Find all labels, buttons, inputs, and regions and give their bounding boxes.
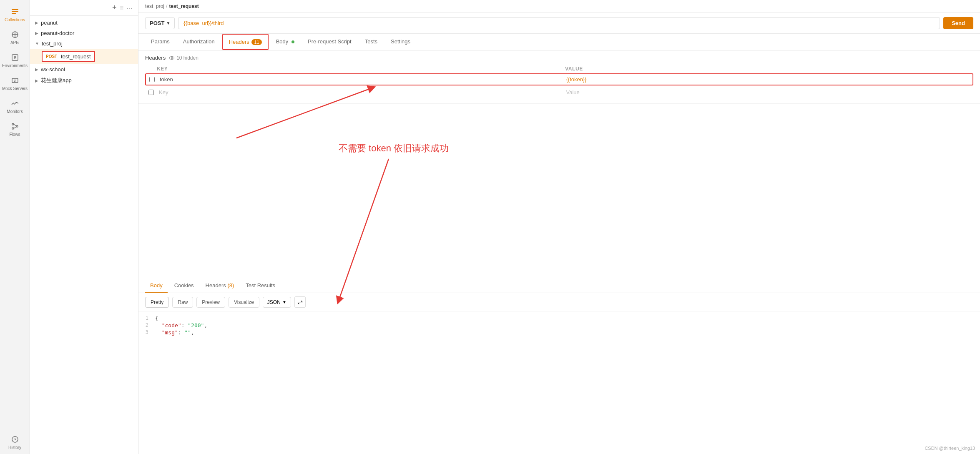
collections-toolbar: + ≡ ··· xyxy=(30,0,138,16)
svg-point-6 xyxy=(12,123,14,125)
format-raw-button[interactable]: Raw xyxy=(172,297,193,308)
tab-headers[interactable]: Headers 11 xyxy=(222,34,269,50)
apis-label: APIs xyxy=(10,40,19,45)
breadcrumb-separator: / xyxy=(166,3,167,9)
response-tab-cookies[interactable]: Cookies xyxy=(169,279,199,293)
collections-label: Collections xyxy=(5,18,25,22)
response-section: Body Cookies Headers (8) Test Results Pr… xyxy=(138,279,980,454)
svg-line-9 xyxy=(14,124,16,126)
code-key-msg: "msg" xyxy=(155,329,178,336)
tab-authorization-label: Authorization xyxy=(183,38,215,45)
code-value-code: "200" xyxy=(188,322,204,329)
collection-label: peanut xyxy=(41,20,58,26)
tab-pre-request-script[interactable]: Pre-request Script xyxy=(302,34,357,50)
monitors-icon xyxy=(11,99,19,108)
request-label: test_request xyxy=(61,53,91,60)
format-visualize-button[interactable]: Visualize xyxy=(229,297,259,308)
header-row-token: token {{token}} xyxy=(145,73,973,85)
tab-tests[interactable]: Tests xyxy=(359,34,383,50)
tab-body[interactable]: Body xyxy=(270,34,300,50)
tab-body-label: Body xyxy=(276,38,289,45)
main-content: test_proj / test_request POST ▼ Send Par… xyxy=(138,0,980,454)
collection-item-peanut[interactable]: ▶ peanut xyxy=(30,18,138,28)
svg-line-10 xyxy=(14,127,16,128)
header-checkbox-token[interactable] xyxy=(149,77,155,82)
code-line-2: 2 "code" : "200" , xyxy=(138,322,980,329)
sidebar-item-monitors[interactable]: Monitors xyxy=(0,95,30,118)
url-input[interactable] xyxy=(178,17,940,29)
collection-item-peanut-doctor[interactable]: ▶ peanut-doctor xyxy=(30,28,138,38)
method-select[interactable]: POST ▼ xyxy=(145,17,175,29)
response-tab-test-results-label: Test Results xyxy=(246,282,275,288)
format-pretty-button[interactable]: Pretty xyxy=(145,297,169,308)
environments-label: Environments xyxy=(2,63,28,68)
add-collection-button[interactable]: + xyxy=(112,3,117,12)
tab-params[interactable]: Params xyxy=(145,34,176,50)
json-format-select[interactable]: JSON ▼ xyxy=(263,297,291,308)
sidebar-item-mock-servers[interactable]: Mock Servers xyxy=(0,72,30,95)
tab-settings-label: Settings xyxy=(391,38,410,45)
format-preview-button[interactable]: Preview xyxy=(196,297,225,308)
code-line-1: 1 { xyxy=(138,315,980,322)
collections-panel: + ≡ ··· ▶ peanut ▶ peanut-doctor ▼ test_… xyxy=(30,0,138,454)
sidebar-item-history[interactable]: History xyxy=(0,431,30,454)
header-key-empty: Key xyxy=(157,89,566,95)
chevron-right-icon: ▶ xyxy=(35,67,38,72)
collection-item-huasheng[interactable]: ▶ 花生健康app xyxy=(30,75,138,86)
code-key-code: "code" xyxy=(155,322,181,329)
filter-button[interactable]: ≡ xyxy=(120,4,124,11)
chevron-right-icon: ▶ xyxy=(35,78,38,83)
request-header: test_proj / test_request xyxy=(138,0,980,13)
method-badge: POST xyxy=(46,54,58,59)
history-icon xyxy=(11,435,19,444)
code-brace-open: { xyxy=(155,315,158,321)
sidebar-icons: Collections APIs Environments Mock Serve… xyxy=(0,0,30,454)
code-value-msg: "" xyxy=(184,329,191,336)
svg-rect-5 xyxy=(12,78,18,83)
collection-label: wx-school xyxy=(41,66,65,73)
sidebar-item-environments[interactable]: Environments xyxy=(0,49,30,72)
line-num-1: 1 xyxy=(138,315,155,321)
request-item-test-request[interactable]: POST test_request xyxy=(30,49,138,64)
wrap-icon[interactable]: ⇌ xyxy=(294,296,306,308)
code-line-3: 3 "msg" : "" , xyxy=(138,329,980,336)
svg-rect-1 xyxy=(12,11,18,12)
collection-item-test-proj[interactable]: ▼ test_proj xyxy=(30,38,138,49)
collection-label: 花生健康app xyxy=(41,77,72,84)
response-format-bar: Pretty Raw Preview Visualize JSON ▼ ⇌ xyxy=(138,293,980,311)
response-tab-test-results[interactable]: Test Results xyxy=(241,279,280,293)
chevron-down-icon: ▼ xyxy=(35,41,39,46)
response-tab-headers[interactable]: Headers (8) xyxy=(201,279,239,293)
response-tab-body-label: Body xyxy=(150,282,163,288)
eye-icon xyxy=(169,55,175,61)
svg-point-8 xyxy=(12,128,14,129)
sidebar-item-collections[interactable]: Collections xyxy=(0,3,30,26)
tab-settings[interactable]: Settings xyxy=(385,34,416,50)
apis-icon xyxy=(11,30,19,39)
tab-authorization[interactable]: Authorization xyxy=(177,34,221,50)
collection-item-wx-school[interactable]: ▶ wx-school xyxy=(30,64,138,75)
value-col-header: VALUE xyxy=(565,66,973,72)
json-label: JSON xyxy=(267,299,281,305)
mock-servers-label: Mock Servers xyxy=(2,86,28,91)
mock-servers-icon xyxy=(11,76,19,85)
chevron-right-icon: ▶ xyxy=(35,31,38,35)
response-tab-body[interactable]: Body xyxy=(145,279,168,293)
active-request-box: POST test_request xyxy=(42,51,95,62)
more-button[interactable]: ··· xyxy=(127,5,133,11)
tab-pre-request-label: Pre-request Script xyxy=(308,38,352,45)
collections-icon xyxy=(11,8,19,16)
header-key-token: token xyxy=(158,76,566,83)
response-tab-cookies-label: Cookies xyxy=(174,282,194,288)
header-checkbox-empty[interactable] xyxy=(148,90,154,95)
toolbar-actions: + ≡ ··· xyxy=(112,3,133,12)
sidebar-item-flows[interactable]: Flows xyxy=(0,118,30,141)
headers-label-row: Headers 10 hidden xyxy=(145,55,973,61)
sidebar-item-apis[interactable]: APIs xyxy=(0,26,30,49)
method-label: POST xyxy=(150,20,164,26)
headers-section: Headers 10 hidden KEY VALUE token {{toke… xyxy=(138,50,980,104)
response-tab-headers-label: Headers xyxy=(206,282,226,288)
tree-list: ▶ peanut ▶ peanut-doctor ▼ test_proj POS… xyxy=(30,16,138,454)
send-button[interactable]: Send xyxy=(943,17,973,29)
headers-table-header: KEY VALUE xyxy=(145,64,973,73)
